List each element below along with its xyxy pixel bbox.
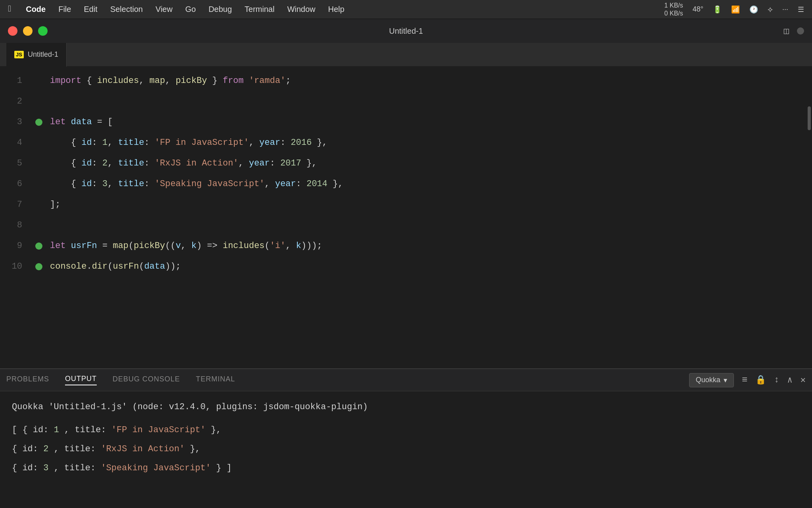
menu-code[interactable]: Code [26,5,46,14]
menu-go[interactable]: Go [185,5,196,14]
more-icon[interactable]: ··· [782,5,788,13]
clock-icon: 🕐 [749,5,758,14]
output-result: [ { id: 1 , title: 'FP in JavaScript' },… [12,421,800,478]
tab-output[interactable]: OUTPUT [65,375,97,385]
output-source-select[interactable]: Quokka ▾ [689,373,734,387]
maximize-button[interactable] [38,26,48,36]
editor-container: 1 2 3 4 5 6 7 8 9 10 [0,67,812,368]
panel-output: Quokka 'Untitled-1.js' (node: v12.4.0, p… [0,391,812,508]
code-line-2 [50,91,812,112]
code-line-7: ]; [50,194,812,215]
code-line-5: { id : 2 , title : 'RxJS in Action' , ye… [50,153,812,174]
minimize-button[interactable] [23,26,33,36]
keyword-import: import [50,71,81,91]
close-panel-icon[interactable]: ✕ [801,375,806,385]
window-title: Untitled-1 [389,27,423,36]
tab-debug-console[interactable]: DEBUG CONSOLE [113,375,180,385]
panel-tabs: PROBLEMS OUTPUT DEBUG CONSOLE TERMINAL Q… [0,369,812,391]
wifi-icon: 📶 [731,5,740,14]
menu-view[interactable]: View [155,5,172,14]
editor-scrollbar[interactable] [806,67,812,368]
panel-controls: Quokka ▾ ≡ 🔒 ↕ ∧ ✕ [689,373,806,387]
close-button[interactable] [8,26,17,36]
output-line-1: [ { id: 1 , title: 'FP in JavaScript' }, [12,421,800,440]
code-line-4: { id : 1 , title : 'FP in JavaScript' , … [50,133,812,153]
menu-icon[interactable]: ☰ [798,5,804,14]
window-controls [8,26,48,36]
scrollbar-thumb[interactable] [808,106,811,130]
editor-content[interactable]: 1 2 3 4 5 6 7 8 9 10 [0,67,812,368]
titlebar: Untitled-1 ◫ [0,19,812,43]
output-line-3: { id: 3 , title: 'Speaking JavaScript' }… [12,459,800,478]
code-line-10: console . dir ( usrFn ( data )); [50,256,812,277]
breakpoint-9[interactable] [35,242,42,250]
panel: PROBLEMS OUTPUT DEBUG CONSOLE TERMINAL Q… [0,368,812,508]
code-editor[interactable]: import { includes , map , pickBy } from … [46,67,812,368]
code-line-3: let data = [ [50,112,812,133]
network-stats: 1 KB/s0 KB/s [665,2,683,17]
code-line-8 [50,215,812,236]
line-numbers: 1 2 3 4 5 6 7 8 9 10 [0,67,32,368]
menu-window[interactable]: Window [287,5,315,14]
dot-icon [797,27,804,35]
tabbar: JS Untitled-1 [0,43,812,67]
js-language-icon: JS [14,51,24,58]
apple-icon[interactable]:  [8,4,13,14]
chevron-down-icon: ▾ [724,376,727,385]
temp-display: 48° [693,5,703,13]
output-header-line: Quokka 'Untitled-1.js' (node: v12.4.0, p… [12,398,800,417]
extension-icon: ⟡ [768,5,773,14]
menu-help[interactable]: Help [328,5,345,14]
code-line-9: let usrFn = map ( pickBy (( v , k ) => i… [50,236,812,256]
battery-icon: 🔋 [713,5,722,14]
menu-terminal[interactable]: Terminal [245,5,275,14]
breakpoints-column [32,67,46,368]
split-editor-icon[interactable]: ◫ [784,26,789,37]
lock-icon[interactable]: 🔒 [755,375,766,385]
editor-tab[interactable]: JS Untitled-1 [6,43,67,67]
tab-terminal[interactable]: TERMINAL [196,375,235,385]
menu-edit[interactable]: Edit [84,5,97,14]
breakpoint-10[interactable] [35,263,42,270]
code-line-1: import { includes , map , pickBy } from … [50,71,812,91]
menu-file[interactable]: File [58,5,71,14]
scroll-icon[interactable]: ↕ [774,375,779,385]
menu-selection[interactable]: Selection [110,5,143,14]
menubar-right: 1 KB/s0 KB/s 48° 🔋 📶 🕐 ⟡ ··· ☰ [665,2,804,17]
code-line-6: { id : 3 , title : 'Speaking JavaScript'… [50,174,812,194]
menubar:  Code File Edit Selection View Go Debug… [0,0,812,19]
tab-problems[interactable]: PROBLEMS [6,375,49,385]
breakpoint-3[interactable] [35,119,42,126]
titlebar-right: ◫ [784,26,804,37]
output-line-2: { id: 2 , title: 'RxJS in Action' }, [12,440,800,459]
tab-label: Untitled-1 [28,50,58,59]
chevron-up-icon[interactable]: ∧ [787,375,793,385]
menu-debug[interactable]: Debug [209,5,232,14]
filter-icon[interactable]: ≡ [742,375,747,385]
